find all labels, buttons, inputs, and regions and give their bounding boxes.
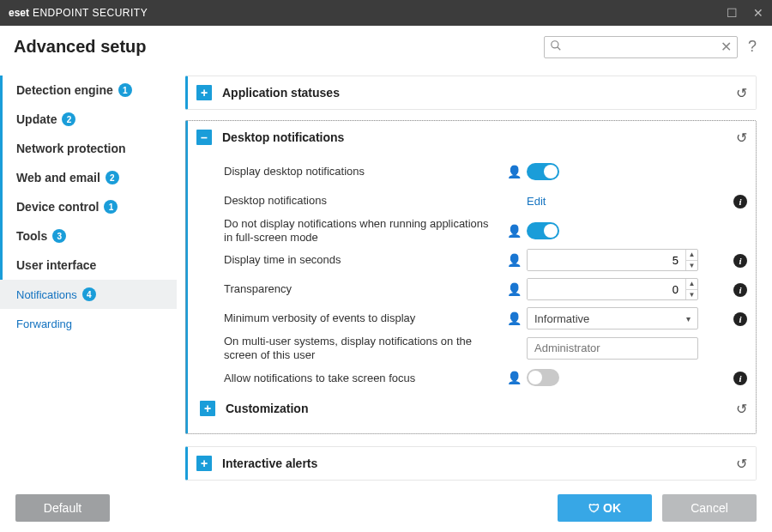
panel-title: Interactive alerts [222,456,317,470]
sidebar-item-user-interface[interactable]: User interface [0,251,177,280]
cancel-button[interactable]: Cancel [662,494,757,522]
sidebar: Detection engine 1 Update 2 Network prot… [0,69,180,484]
sidebar-item-notifications[interactable]: Notifications 4 [0,280,177,309]
step-down-icon[interactable]: ▼ [686,261,697,271]
sidebar-badge: 3 [52,229,66,243]
brand-prefix: eset [9,7,29,19]
row-label: Do not display notifications when runnin… [224,217,507,244]
topbar: Advanced setup ✕ ? [0,26,772,69]
multiuser-input[interactable] [527,337,698,360]
chevron-down-icon: ▾ [686,314,691,323]
verbosity-select[interactable]: Informative ▾ [527,307,698,329]
row-label: Allow notifications to take screen focus [224,372,507,385]
toggle-screen-focus[interactable] [527,369,559,386]
sidebar-badge: 2 [62,112,75,126]
svg-line-1 [558,46,561,50]
collapse-icon[interactable]: – [196,130,212,145]
default-button[interactable]: Default [15,494,110,522]
user-icon: 👤 [507,165,522,178]
shield-icon: 🛡 [588,502,600,515]
panel-title: Application statuses [222,86,340,100]
transparency-input[interactable] [528,279,685,299]
sidebar-badge: 4 [82,287,96,301]
step-down-icon[interactable]: ▼ [686,290,697,300]
row-desktop-notifications-edit: Desktop notifications 👤 Edit i [224,186,747,215]
sidebar-badge: 1 [118,83,132,97]
search-input[interactable] [565,41,721,53]
footer: Default 🛡 OK Cancel [0,484,772,532]
sidebar-item-network-protection[interactable]: Network protection [0,134,177,163]
row-screen-focus: Allow notifications to take screen focus… [224,363,747,392]
user-icon: 👤 [507,224,522,238]
sidebar-item-label: Notifications [16,288,77,301]
expand-icon[interactable]: + [196,456,212,471]
info-icon[interactable]: i [733,372,747,385]
subsection-customization[interactable]: + Customization ↺ [200,392,747,425]
row-label: Minimum verbosity of events to display [224,311,507,325]
row-multiuser: On multi-user systems, display notificat… [224,333,747,363]
panel-desktop-notifications: – Desktop notifications ↺ Display deskto… [185,120,757,434]
user-icon: 👤 [507,371,522,384]
revert-icon[interactable]: ↺ [736,130,747,146]
close-icon[interactable]: ✕ [753,6,763,20]
revert-icon[interactable]: ↺ [736,401,747,417]
panel-header-desktop-notifications[interactable]: – Desktop notifications ↺ [188,121,756,154]
step-up-icon[interactable]: ▲ [686,279,697,290]
clear-search-icon[interactable]: ✕ [721,39,732,55]
panel-application-statuses: + Application statuses ↺ [185,76,757,110]
sidebar-item-label: Web and email [16,171,100,184]
sidebar-badge: 2 [106,171,119,184]
user-icon: 👤 [507,253,522,267]
step-up-icon[interactable]: ▲ [686,250,697,261]
sidebar-item-label: Update [16,112,57,126]
panel-interactive-alerts: + Interactive alerts ↺ [185,446,757,481]
revert-icon[interactable]: ↺ [736,85,747,101]
info-icon[interactable]: i [733,254,747,268]
row-verbosity: Minimum verbosity of events to display 👤… [224,304,747,333]
row-display-desktop-notifications: Display desktop notifications 👤 [224,157,747,186]
sidebar-item-update[interactable]: Update 2 [0,105,177,134]
info-icon[interactable]: i [733,283,747,297]
revert-icon[interactable]: ↺ [736,456,747,472]
search-box[interactable]: ✕ [544,36,738,58]
info-icon[interactable]: i [733,195,747,209]
display-time-input[interactable] [528,250,685,270]
toggle-fullscreen-suppress[interactable] [527,222,559,239]
expand-icon[interactable]: + [196,85,212,100]
sidebar-item-label: User interface [16,258,96,272]
window-controls: ☐ ✕ [727,6,763,20]
panel-header-interactive-alerts[interactable]: + Interactive alerts ↺ [188,447,756,480]
sidebar-item-detection-engine[interactable]: Detection engine 1 [0,76,177,105]
panel-header-application-statuses[interactable]: + Application statuses ↺ [188,76,756,109]
info-icon[interactable]: i [733,312,747,326]
sidebar-item-tools[interactable]: Tools 3 [0,221,177,251]
edit-link[interactable]: Edit [527,195,546,208]
expand-icon[interactable]: + [200,401,215,416]
titlebar: eset ENDPOINT SECURITY ☐ ✕ [0,0,772,26]
toggle-display-desktop-notifications[interactable] [527,163,559,180]
select-value: Informative [534,312,589,325]
app-brand: eset ENDPOINT SECURITY [9,7,148,19]
sidebar-item-device-control[interactable]: Device control 1 [0,192,177,221]
sidebar-item-label: Detection engine [16,83,113,97]
transparency-stepper[interactable]: ▲▼ [527,278,698,300]
row-label: Transparency [224,282,507,296]
sidebar-badge: 1 [104,200,118,214]
svg-point-0 [552,40,558,47]
ok-button[interactable]: 🛡 OK [558,494,652,522]
page-title: Advanced setup [14,37,146,57]
sidebar-item-label: Tools [16,229,47,243]
row-transparency: Transparency 👤 ▲▼ i [224,275,747,304]
maximize-icon[interactable]: ☐ [727,6,738,20]
sidebar-item-label: Device control [16,200,99,214]
sidebar-item-label: Forwarding [16,317,72,330]
row-label: On multi-user systems, display notificat… [224,335,507,361]
sidebar-item-web-and-email[interactable]: Web and email 2 [0,163,177,192]
user-icon: 👤 [507,311,522,325]
help-icon[interactable]: ? [748,38,757,56]
panel-title: Desktop notifications [222,130,344,144]
brand-suffix: ENDPOINT SECURITY [33,7,148,19]
display-time-stepper[interactable]: ▲▼ [527,249,698,271]
sidebar-item-forwarding[interactable]: Forwarding [0,309,177,338]
row-label: Display desktop notifications [224,165,507,178]
